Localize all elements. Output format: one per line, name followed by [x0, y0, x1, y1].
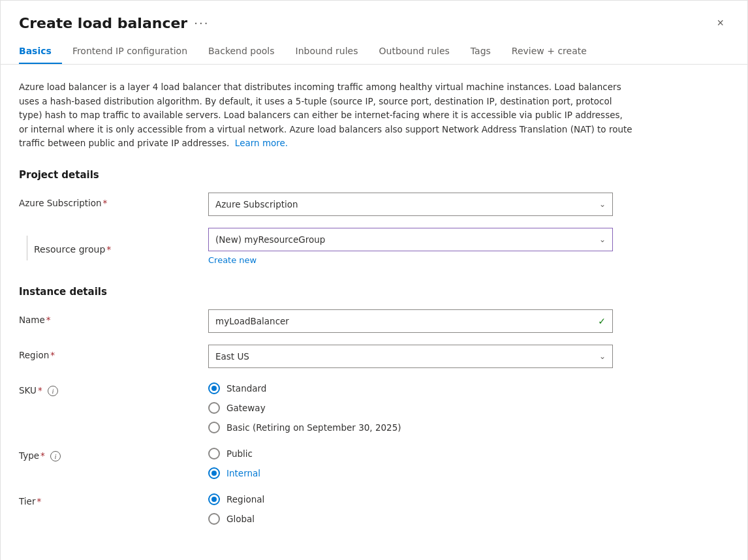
- sku-gateway-option[interactable]: Gateway: [208, 402, 613, 414]
- description-body: Azure load balancer is a layer 4 load ba…: [19, 82, 632, 148]
- sku-label: SKU* i: [19, 380, 208, 396]
- name-row: Name* myLoadBalancer ✓: [19, 309, 729, 333]
- tier-regional-radio[interactable]: [208, 493, 220, 505]
- tier-row: Tier* Regional Global: [19, 491, 729, 525]
- sku-standard-radio[interactable]: [208, 382, 220, 394]
- sku-gateway-label: Gateway: [226, 403, 266, 413]
- project-details-title: Project details: [19, 169, 729, 181]
- region-label: Region*: [19, 345, 208, 360]
- sku-basic-label: Basic (Retiring on September 30, 2025): [226, 422, 401, 433]
- instance-details-title: Instance details: [19, 286, 729, 298]
- tier-radio-group: Regional Global: [208, 491, 613, 525]
- sku-radio-group: Standard Gateway Basic (Retiring on Sept…: [208, 380, 613, 433]
- name-valid-icon: ✓: [598, 316, 606, 326]
- type-internal-label: Internal: [226, 468, 260, 478]
- instance-details-section: Instance details Name* myLoadBalancer ✓ …: [19, 286, 729, 525]
- description-text: Azure load balancer is a layer 4 load ba…: [19, 80, 632, 151]
- type-row: Type* i Public Internal: [19, 445, 729, 479]
- resource-group-required: *: [106, 244, 111, 255]
- tab-tags[interactable]: Tags: [460, 40, 501, 64]
- type-internal-radio[interactable]: [208, 467, 220, 479]
- type-required: *: [40, 450, 45, 461]
- type-public-option[interactable]: Public: [208, 448, 613, 459]
- type-label: Type* i: [19, 445, 208, 461]
- name-dropdown[interactable]: myLoadBalancer ✓: [208, 309, 613, 333]
- sku-info-icon[interactable]: i: [48, 386, 58, 396]
- tier-label: Tier*: [19, 491, 208, 506]
- project-details-section: Project details Azure Subscription* Azur…: [19, 169, 729, 265]
- sku-standard-option[interactable]: Standard: [208, 382, 613, 394]
- type-internal-option[interactable]: Internal: [208, 467, 613, 479]
- region-row: Region* East US ⌄: [19, 345, 729, 368]
- type-public-radio[interactable]: [208, 448, 220, 459]
- tab-frontend-ip[interactable]: Frontend IP configuration: [62, 40, 198, 64]
- content-area: Azure load balancer is a layer 4 load ba…: [1, 65, 747, 560]
- tier-required: *: [37, 496, 41, 506]
- dialog-ellipsis[interactable]: ···: [194, 16, 209, 30]
- tier-control: Regional Global: [208, 491, 613, 525]
- tier-global-option[interactable]: Global: [208, 513, 613, 525]
- learn-more-link[interactable]: Learn more.: [235, 138, 288, 148]
- tier-global-radio[interactable]: [208, 513, 220, 525]
- name-required: *: [46, 315, 51, 325]
- type-info-icon[interactable]: i: [50, 451, 61, 461]
- sku-row: SKU* i Standard Gateway: [19, 380, 729, 433]
- name-label: Name*: [19, 309, 208, 325]
- subscription-required: *: [103, 198, 108, 208]
- type-control: Public Internal: [208, 445, 613, 479]
- type-radio-group: Public Internal: [208, 445, 613, 479]
- subscription-chevron-icon: ⌄: [599, 200, 606, 209]
- subscription-dropdown[interactable]: Azure Subscription ⌄: [208, 193, 613, 216]
- resource-group-label: Resource group*: [34, 244, 111, 255]
- subscription-row: Azure Subscription* Azure Subscription ⌄: [19, 193, 729, 216]
- tab-backend-pools[interactable]: Backend pools: [198, 40, 285, 64]
- sku-gateway-radio[interactable]: [208, 402, 220, 414]
- sku-basic-option[interactable]: Basic (Retiring on September 30, 2025): [208, 422, 613, 433]
- subscription-label: Azure Subscription*: [19, 193, 208, 208]
- resource-group-dropdown[interactable]: (New) myResourceGroup ⌄: [208, 228, 613, 251]
- tier-regional-label: Regional: [226, 494, 264, 505]
- region-dropdown[interactable]: East US ⌄: [208, 345, 613, 368]
- sku-basic-radio[interactable]: [208, 422, 220, 433]
- name-control: myLoadBalancer ✓: [208, 309, 613, 333]
- tier-regional-option[interactable]: Regional: [208, 493, 613, 505]
- region-chevron-icon: ⌄: [599, 352, 606, 361]
- tab-review-create[interactable]: Review + create: [501, 40, 597, 64]
- sku-required: *: [38, 385, 42, 396]
- sku-standard-label: Standard: [226, 383, 266, 394]
- close-button[interactable]: ×: [711, 14, 729, 33]
- sku-control: Standard Gateway Basic (Retiring on Sept…: [208, 380, 613, 433]
- dialog-title: Create load balancer: [19, 15, 187, 31]
- tier-global-label: Global: [226, 514, 255, 524]
- create-new-link[interactable]: Create new: [208, 255, 613, 265]
- type-public-label: Public: [226, 448, 253, 459]
- tab-basics[interactable]: Basics: [19, 40, 62, 64]
- subscription-control: Azure Subscription ⌄: [208, 193, 613, 216]
- resource-group-chevron-icon: ⌄: [599, 235, 606, 244]
- tab-bar: Basics Frontend IP configuration Backend…: [1, 40, 747, 65]
- resource-group-row: Resource group* (New) myResourceGroup ⌄ …: [19, 228, 729, 265]
- region-required: *: [50, 350, 55, 360]
- region-control: East US ⌄: [208, 345, 613, 368]
- tab-inbound-rules[interactable]: Inbound rules: [285, 40, 369, 64]
- tab-outbound-rules[interactable]: Outbound rules: [369, 40, 460, 64]
- resource-group-control: (New) myResourceGroup ⌄ Create new: [208, 228, 613, 265]
